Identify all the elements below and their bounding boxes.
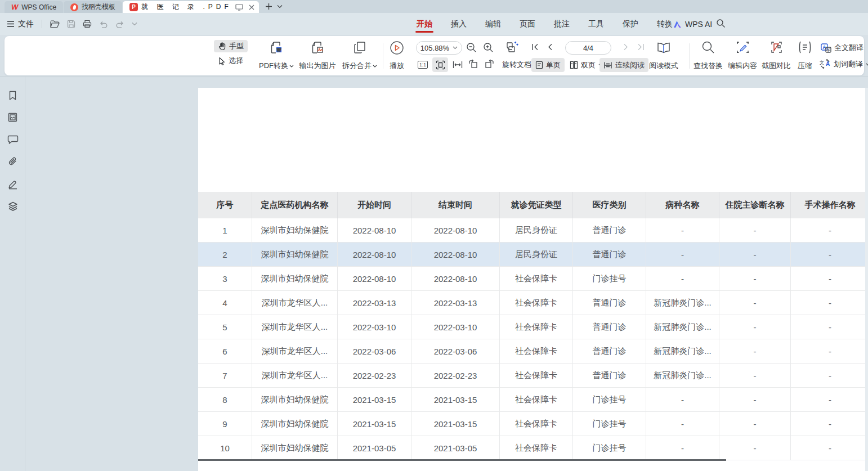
export-image-label: 输出为图片 — [299, 61, 336, 71]
table-cell: - — [791, 243, 868, 267]
table-cell: 深圳市妇幼保健院 — [252, 388, 338, 412]
table-bottom-scrollbar[interactable] — [198, 459, 726, 461]
menu-item-comment[interactable]: 批注 — [553, 14, 571, 34]
table-row[interactable]: 7深圳市龙华区人...2022-02-232022-02-23社会保障卡普通门诊… — [198, 364, 868, 388]
menu-item-home[interactable]: 开始 — [415, 14, 433, 34]
tab-list-chevron-icon[interactable] — [277, 5, 283, 8]
thumbnails-panel-icon[interactable] — [7, 112, 18, 123]
first-page-icon[interactable] — [531, 43, 539, 51]
document-canvas[interactable]: 序号定点医药机构名称开始时间结束时间就诊凭证类型医疗类别病种名称住院主诊断名称手… — [26, 77, 868, 471]
tab-docer-templates[interactable]: 找稻壳模板 — [64, 1, 122, 13]
pdf-convert-button[interactable]: W PDF转换 — [256, 41, 297, 71]
rotate-right-icon[interactable] — [484, 59, 495, 69]
hand-tool-button[interactable]: 手型 — [214, 40, 248, 52]
ribbon-toolbar: 手型 选择 W PDF转换 输出为图片 拆分合并 播放 — [5, 36, 864, 75]
undo-icon[interactable] — [99, 20, 108, 28]
attachments-panel-icon[interactable] — [7, 156, 19, 168]
zoom-in-icon[interactable] — [483, 42, 494, 53]
fit-width-button[interactable] — [450, 57, 466, 72]
save-icon[interactable] — [67, 20, 75, 28]
monitor-icon[interactable] — [235, 4, 243, 11]
compress-button[interactable]: 压缩 — [795, 41, 815, 71]
wps-ai-button[interactable]: WPS AI — [673, 13, 712, 35]
wps-ai-logo-icon — [673, 20, 682, 28]
menu-item-tools[interactable]: 工具 — [587, 14, 605, 34]
word-translate-button[interactable]: 文A 划词翻译 — [820, 59, 868, 69]
table-cell: 普通门诊 — [573, 364, 646, 388]
export-as-image-button[interactable]: 输出为图片 — [294, 41, 341, 71]
rotate-pages-icon[interactable] — [505, 41, 519, 53]
table-cell: 2 — [198, 243, 252, 267]
table-cell: - — [791, 315, 868, 339]
full-text-translate-button[interactable]: A字 全文翻译 — [821, 43, 863, 53]
pdf-page[interactable]: 序号定点医药机构名称开始时间结束时间就诊凭证类型医疗类别病种名称住院主诊断名称手… — [198, 88, 868, 471]
left-panel-rail — [0, 77, 25, 471]
close-tab-icon[interactable] — [249, 5, 254, 10]
table-cell: 2022-08-10 — [338, 218, 411, 243]
qat-more-chevron-icon[interactable] — [132, 22, 137, 26]
table-row[interactable]: 5深圳市龙华区人...2022-03-102022-03-10社会保障卡普通门诊… — [198, 315, 868, 339]
file-menu-button[interactable]: 文件 — [7, 19, 34, 29]
find-replace-button[interactable]: 查找替换 — [692, 41, 724, 71]
select-tool-button[interactable]: 选择 — [214, 55, 248, 67]
rotate-document-button[interactable]: 旋转文档 — [502, 60, 531, 70]
tab-wps-office[interactable]: W WPS Office — [5, 1, 63, 13]
wps-ai-label: WPS AI — [685, 20, 712, 29]
zoom-out-icon[interactable] — [466, 42, 477, 53]
annotation-pen-icon[interactable] — [7, 178, 19, 190]
table-cell: 2022-03-13 — [338, 291, 411, 315]
table-cell: - — [791, 339, 868, 364]
svg-text:文: 文 — [820, 60, 824, 65]
table-row[interactable]: 2深圳市妇幼保健院2022-08-102022-08-10居民身份证普通门诊--… — [198, 243, 868, 267]
table-cell: 4 — [198, 291, 252, 315]
bookmarks-panel-icon[interactable] — [7, 90, 18, 101]
menu-item-page[interactable]: 页面 — [518, 14, 536, 34]
page-number-input[interactable]: 4/4 — [565, 41, 611, 55]
menu-item-insert[interactable]: 插入 — [450, 14, 468, 34]
zoom-level-select[interactable]: 105.88% — [416, 41, 462, 55]
menu-items: 开始 插入 编辑 页面 批注 工具 保护 转换 — [415, 13, 674, 35]
screenshot-compare-button[interactable]: 截图对比 — [760, 41, 793, 71]
rotate-left-icon[interactable] — [468, 59, 478, 69]
table-cell: - — [791, 267, 868, 291]
comments-panel-icon[interactable] — [7, 134, 19, 145]
continuous-reading-button[interactable]: 连续阅读 — [599, 58, 648, 72]
single-page-view-button[interactable]: 单页 — [531, 58, 565, 72]
table-row[interactable]: 3深圳市妇幼保健院2022-08-102022-08-10社会保障卡门诊挂号--… — [198, 267, 868, 291]
table-cell: - — [791, 388, 868, 412]
fit-page-button[interactable] — [432, 57, 448, 72]
tab-medical-record-pdf[interactable]: P 就 医 记 录 .PDF — [123, 1, 259, 13]
vertical-scrollbar[interactable] — [865, 88, 868, 471]
previous-page-icon[interactable] — [547, 43, 552, 51]
next-page-icon[interactable] — [624, 43, 629, 51]
last-page-icon[interactable] — [637, 43, 645, 51]
redo-icon[interactable] — [115, 20, 124, 28]
new-tab-button[interactable] — [265, 3, 272, 10]
open-file-icon[interactable] — [50, 20, 60, 28]
split-merge-button[interactable]: 拆分合并 — [338, 41, 382, 71]
find-replace-search-icon — [701, 41, 715, 54]
table-cell: 2022-08-10 — [411, 243, 500, 267]
print-icon[interactable] — [83, 20, 92, 28]
menu-item-convert[interactable]: 转换 — [656, 14, 674, 34]
layers-panel-icon[interactable] — [7, 201, 19, 212]
table-cell: 普通门诊 — [573, 291, 646, 315]
table-row[interactable]: 1深圳市妇幼保健院2022-08-102022-08-10居民身份证普通门诊--… — [198, 218, 868, 243]
single-page-label: 单页 — [546, 60, 561, 70]
read-mode-button[interactable]: 阅读模式 — [647, 41, 680, 71]
menu-item-protect[interactable]: 保护 — [621, 14, 639, 34]
edit-content-button[interactable]: 编辑内容 — [726, 41, 759, 71]
table-row[interactable]: 8深圳市妇幼保健院2021-03-152021-03-15社会保障卡门诊挂号--… — [198, 388, 868, 412]
actual-size-button[interactable]: 1:1 — [415, 57, 431, 72]
menu-item-edit[interactable]: 编辑 — [484, 14, 502, 34]
main-area: 序号定点医药机构名称开始时间结束时间就诊凭证类型医疗类别病种名称住院主诊断名称手… — [0, 76, 868, 471]
table-row[interactable]: 4深圳市龙华区人...2022-03-132022-03-13社会保障卡普通门诊… — [198, 291, 868, 315]
table-cell: 社会保障卡 — [500, 315, 573, 339]
word-translate-label: 划词翻译 — [834, 59, 863, 69]
zoom-level-value: 105.88% — [420, 44, 449, 52]
menu-search-icon[interactable] — [716, 19, 726, 28]
table-row[interactable]: 9深圳市妇幼保健院2021-03-152021-03-15社会保障卡门诊挂号--… — [198, 412, 868, 436]
table-row[interactable]: 6深圳市龙华区人...2022-03-062022-03-06社会保障卡普通门诊… — [198, 339, 868, 364]
table-row[interactable]: 10深圳市妇幼保健院2021-03-052021-03-05社会保障卡门诊挂号-… — [198, 436, 868, 460]
play-button[interactable]: 播放 — [385, 41, 409, 71]
